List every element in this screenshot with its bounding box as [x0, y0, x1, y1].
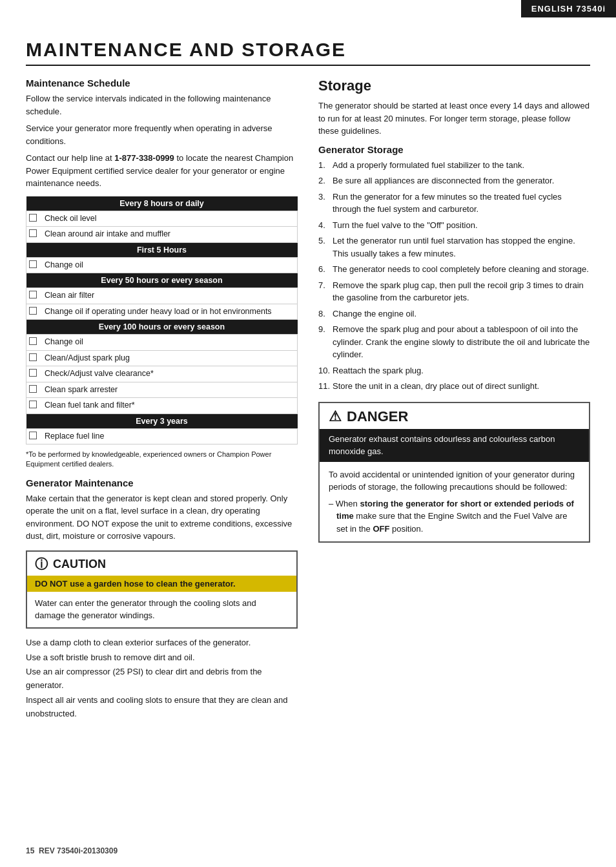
maintenance-table: Every 8 hours or daily Check oil level C… — [26, 196, 298, 445]
list-item: 6.The generator needs to cool completely… — [318, 263, 590, 276]
cleaning-line-4: Inspect all air vents and cooling slots … — [26, 694, 298, 721]
list-item: 8.Change the engine oil. — [318, 308, 590, 320]
header-model: 73540i — [576, 4, 606, 14]
table-row: Change oil — [26, 257, 298, 273]
table-group-header-2: First 5 Hours — [26, 242, 298, 257]
list-item: 1.Add a properly formulated fuel stabili… — [318, 159, 590, 172]
checkbox — [29, 337, 37, 345]
header-bar: ENGLISH 73540i — [521, 0, 616, 17]
storage-intro: The generator should be started at least… — [318, 99, 590, 138]
checkbox — [29, 353, 37, 361]
danger-dash-item-1: – When storing the generator for short o… — [329, 497, 580, 536]
checkbox — [29, 307, 37, 315]
storage-heading: Storage — [318, 78, 590, 94]
right-column: Storage The generator should be started … — [318, 78, 590, 543]
checkbox — [29, 291, 37, 298]
intro-line-2: Service your generator more frequently w… — [26, 122, 298, 147]
checkbox — [29, 432, 37, 439]
danger-title-bar: ⚠ DANGER — [320, 403, 589, 429]
checkbox — [29, 385, 37, 393]
help-number: 1-877-338-0999 — [114, 153, 174, 163]
list-item: 5.Let the generator run until fuel starv… — [318, 235, 590, 260]
danger-highlight-text: Generator exhaust contains odourless and… — [320, 429, 589, 462]
intro-line-1: Follow the service intervals indicated i… — [26, 92, 298, 118]
danger-label: DANGER — [347, 408, 408, 425]
gen-maint-heading: Generator Maintenance — [26, 477, 298, 488]
table-row: Replace fuel line — [26, 428, 298, 444]
caution-label: CAUTION — [53, 558, 106, 571]
table-row: Clean around air intake and muffler — [26, 227, 298, 243]
table-group-header-3: Every 50 hours or every season — [26, 273, 298, 288]
table-row: Change oil — [26, 335, 298, 351]
list-item: 3.Run the generator for a few minutes so… — [318, 191, 590, 216]
cleaning-line-3: Use an air compressor (25 PSI) to clear … — [26, 665, 298, 693]
maint-schedule-heading: Maintenance Schedule — [26, 78, 298, 89]
danger-icon: ⚠ — [329, 408, 342, 425]
caution-highlight-text: DO NOT use a garden hose to clean the ge… — [27, 576, 296, 592]
storage-steps-list: 1.Add a properly formulated fuel stabili… — [318, 159, 590, 393]
table-row: Change oil if operating under heavy load… — [26, 304, 298, 320]
table-row: Clean fuel tank and filter* — [26, 398, 298, 414]
danger-body-intro: To avoid accidental or unintended igniti… — [329, 468, 580, 494]
cleaning-line-1: Use a damp cloth to clean exterior surfa… — [26, 636, 298, 650]
danger-body: To avoid accidental or unintended igniti… — [320, 462, 589, 542]
list-item: 9.Remove the spark plug and pour about a… — [318, 323, 590, 361]
danger-box: ⚠ DANGER Generator exhaust contains odou… — [318, 402, 590, 543]
table-group-header-5: Every 3 years — [26, 413, 298, 428]
table-footnote: *To be performed by knowledgeable, exper… — [26, 450, 298, 470]
checkbox — [29, 214, 37, 222]
page-number: 15 — [26, 846, 34, 855]
page: ENGLISH 73540i MAINTENANCE AND STORAGE M… — [0, 0, 616, 867]
table-row: Check/Adjust valve clearance* — [26, 366, 298, 382]
list-item: 7.Remove the spark plug cap, then pull t… — [318, 279, 590, 304]
intro-line-3: Contact our help line at 1-877-338-0999 … — [26, 152, 298, 190]
table-row: Clean air filter — [26, 288, 298, 304]
checkbox — [29, 260, 37, 268]
page-title: MAINTENANCE AND STORAGE — [26, 39, 590, 66]
gen-maint-body: Make certain that the generator is kept … — [26, 492, 298, 543]
page-footer: 15 REV 73540i-20130309 — [26, 846, 118, 855]
list-item: 11.Store the unit in a clean, dry place … — [318, 380, 590, 393]
header-language: ENGLISH — [531, 4, 573, 14]
checkbox — [29, 369, 37, 377]
cleaning-line-2: Use a soft bristle brush to remove dirt … — [26, 651, 298, 665]
list-item: 10.Reattach the spark plug. — [318, 364, 590, 377]
checkbox — [29, 401, 37, 408]
caution-box: ⓘ CAUTION DO NOT use a garden hose to cl… — [26, 550, 298, 629]
left-column: Maintenance Schedule Follow the service … — [26, 78, 298, 722]
caution-body-text: Water can enter the generator through th… — [27, 592, 296, 627]
list-item: 4.Turn the fuel valve to the "Off" posit… — [318, 219, 590, 232]
checkbox — [29, 229, 37, 237]
two-column-layout: Maintenance Schedule Follow the service … — [26, 78, 590, 722]
table-group-header-4: Every 100 hours or every season — [26, 320, 298, 335]
table-row: Clean/Adjust spark plug — [26, 350, 298, 366]
table-row: Clean spark arrester — [26, 382, 298, 398]
caution-title-bar: ⓘ CAUTION — [27, 552, 296, 576]
revision-info: REV 73540i-20130309 — [39, 846, 118, 855]
table-group-header-1: Every 8 hours or daily — [26, 196, 298, 211]
list-item: 2.Be sure all appliances are disconnecte… — [318, 174, 590, 187]
gen-storage-heading: Generator Storage — [318, 144, 590, 155]
table-row: Check oil level — [26, 211, 298, 227]
caution-icon: ⓘ — [35, 556, 48, 573]
